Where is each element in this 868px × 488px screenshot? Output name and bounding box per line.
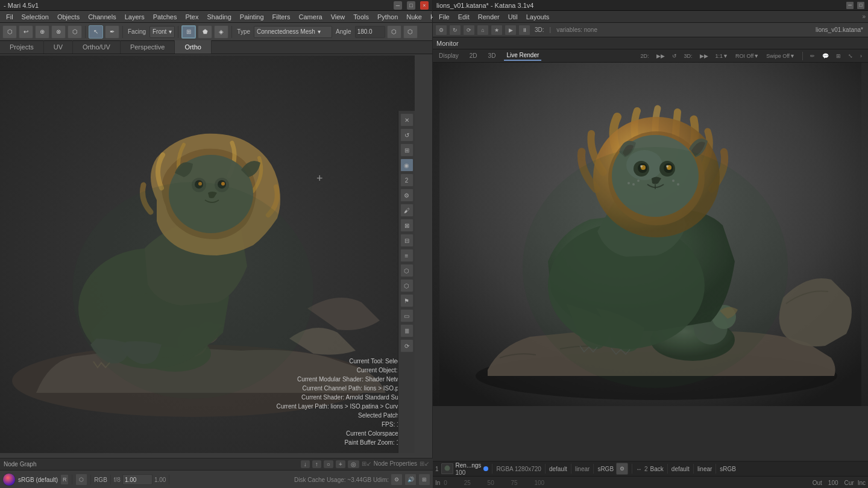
opacity-input[interactable] xyxy=(122,474,153,485)
sidebar-target-icon[interactable]: ◉ xyxy=(400,158,414,172)
menu-patches[interactable]: Patches xyxy=(149,12,181,22)
menu-layers[interactable]: Layers xyxy=(121,12,148,22)
maximize-button[interactable]: □ xyxy=(407,1,415,10)
mon-zoom-btn[interactable]: 1:1▼ xyxy=(713,52,731,60)
sidebar-num2-icon[interactable]: 2 xyxy=(400,174,414,187)
menu-filters[interactable]: Filters xyxy=(269,12,294,22)
sidebar-frame-icon[interactable]: ⊟ xyxy=(400,234,414,247)
menu-tools[interactable]: Tools xyxy=(350,12,373,22)
katana-bookmark-icon[interactable]: ★ xyxy=(491,25,503,36)
katana-reload-icon[interactable]: ⟳ xyxy=(463,25,475,36)
paint-tool-btn[interactable]: ✒ xyxy=(105,25,119,39)
minimize-button[interactable]: ─ xyxy=(394,1,402,10)
menu-painting[interactable]: Painting xyxy=(236,12,268,22)
mon-swipe-btn[interactable]: Swipe Off▼ xyxy=(764,52,797,60)
tool-btn-5[interactable]: ⬡ xyxy=(68,25,82,39)
tab-projects[interactable]: Projects xyxy=(0,40,44,54)
sidebar-undo-icon[interactable]: ↺ xyxy=(400,128,414,142)
tool-btn-4[interactable]: ⊗ xyxy=(51,25,66,39)
katana-menu-layouts[interactable]: Layouts xyxy=(523,12,553,22)
mode-3d-btn[interactable]: ⬡ xyxy=(387,25,401,39)
menu-python[interactable]: Python xyxy=(374,12,401,22)
menu-channels[interactable]: Channels xyxy=(84,12,119,22)
sidebar-reset-icon[interactable]: ⟳ xyxy=(400,339,414,352)
katana-menu-util[interactable]: Util xyxy=(505,12,521,22)
tab-perspective[interactable]: Perspective xyxy=(121,40,175,54)
svg-point-39 xyxy=(444,466,450,471)
strip-settings-icon[interactable]: ⚙ xyxy=(616,463,628,475)
type-dropdown[interactable]: Connectedness Mesh ▾ xyxy=(254,26,332,38)
poly-btn[interactable]: ◈ xyxy=(214,25,228,39)
tool-btn-1[interactable]: ⬡ xyxy=(2,25,17,39)
katana-home-icon[interactable]: ⌂ xyxy=(477,25,489,36)
menu-ptex[interactable]: Ptex xyxy=(181,12,202,22)
tab-uv[interactable]: UV xyxy=(44,40,73,54)
mon-roi-btn[interactable]: ROI Off▼ xyxy=(733,52,761,60)
monitor-tab-live-render[interactable]: Live Render xyxy=(504,51,541,61)
katana-pause-icon[interactable]: ⏸ xyxy=(518,25,530,36)
menu-file[interactable]: Fil xyxy=(2,12,17,22)
menu-shading[interactable]: Shading xyxy=(203,12,234,22)
sidebar-flag-icon[interactable]: ⚑ xyxy=(400,294,414,307)
ng-icon3[interactable]: 🔊 xyxy=(404,474,417,486)
sidebar-hex2-icon[interactable]: ⬡ xyxy=(400,279,414,292)
sidebar-grid-icon[interactable]: ⊞ xyxy=(400,143,414,157)
mon-speech-icon[interactable]: 💬 xyxy=(820,52,831,60)
menu-objects[interactable]: Objects xyxy=(54,12,83,22)
mon-grid-icon[interactable]: ⊞ xyxy=(834,52,843,60)
menu-camera[interactable]: Camera xyxy=(295,12,326,22)
monitor-tab-3d[interactable]: 3D xyxy=(486,51,498,60)
facing-dropdown[interactable]: Front ▾ xyxy=(149,26,175,38)
angle-input[interactable] xyxy=(355,26,385,38)
strip-thumb-1[interactable] xyxy=(441,463,453,474)
katana-render-icon[interactable]: ▶ xyxy=(505,25,517,36)
nodegraph-target-btn[interactable]: ◎ xyxy=(348,460,359,468)
grid-btn[interactable]: ⊞ xyxy=(181,25,196,39)
mon-play3d-btn[interactable]: ▶▶ xyxy=(697,52,711,60)
sidebar-close-icon[interactable]: ✕ xyxy=(400,113,414,127)
menu-selection[interactable]: Selection xyxy=(18,12,52,22)
katana-render-viewport[interactable] xyxy=(433,63,868,406)
close-button[interactable]: × xyxy=(420,1,429,10)
mon-play-btn[interactable]: ▶▶ xyxy=(654,52,667,60)
katana-maximize-btn[interactable]: □ xyxy=(857,2,864,9)
menu-nuke[interactable]: Nuke xyxy=(403,12,426,22)
ng-icon4[interactable]: ⊞ xyxy=(418,474,430,486)
lasso-btn[interactable]: ⬟ xyxy=(198,25,212,39)
mon-pen-icon[interactable]: ✏ xyxy=(808,52,817,60)
katana-refresh-icon[interactable]: ↻ xyxy=(449,25,461,36)
sidebar-settings-icon[interactable]: ⚙ xyxy=(400,189,414,202)
katana-settings-icon[interactable]: ⚙ xyxy=(435,25,447,36)
katana-menu-render[interactable]: Render xyxy=(474,12,503,22)
mon-expand-icon[interactable]: ⤡ xyxy=(846,52,855,60)
sidebar-layers-icon[interactable]: ≡ xyxy=(400,249,414,262)
sidebar-hex1-icon[interactable]: ⬡ xyxy=(400,264,414,277)
monitor-tab-display[interactable]: Display xyxy=(436,51,461,60)
tool-btn-2[interactable]: ↩ xyxy=(19,25,33,39)
extra-btn[interactable]: ⬡ xyxy=(403,25,418,39)
tab-orthouv[interactable]: Ortho/UV xyxy=(73,40,121,54)
sidebar-lines-icon[interactable]: ≣ xyxy=(400,324,414,337)
mon-refresh-icon[interactable]: ↺ xyxy=(670,52,679,60)
ng-icon1[interactable]: ⬡ xyxy=(75,474,87,486)
katana-minimize-btn[interactable]: ─ xyxy=(846,2,854,9)
ng-icon2[interactable]: ⚙ xyxy=(391,474,403,486)
sidebar-crop-icon[interactable]: ⊠ xyxy=(400,219,414,232)
nodegraph-down-btn[interactable]: ↓ xyxy=(301,460,310,468)
nodegraph-circle-btn[interactable]: ○ xyxy=(324,460,333,468)
nodegraph-up-btn[interactable]: ↑ xyxy=(312,460,321,468)
nodegraph-add-btn[interactable]: + xyxy=(336,460,345,468)
sidebar-rect-icon[interactable]: ▭ xyxy=(400,309,414,322)
mon-chevron-icon[interactable]: › xyxy=(858,52,864,60)
menu-view[interactable]: View xyxy=(327,12,349,22)
sidebar-paint-icon[interactable]: 🖌 xyxy=(400,204,414,217)
mari-viewport[interactable]: + Current Tool: Select (S) Current Objec… xyxy=(0,55,415,453)
select-tool-btn[interactable]: ↖ xyxy=(89,25,103,39)
katana-menu-edit[interactable]: Edit xyxy=(454,12,473,22)
channel-r-btn[interactable]: R xyxy=(60,474,69,485)
katana-menu-file[interactable]: File xyxy=(435,12,453,22)
color-swatch[interactable] xyxy=(2,473,16,486)
monitor-tab-2d[interactable]: 2D xyxy=(467,51,480,60)
tool-btn-3[interactable]: ⊕ xyxy=(35,25,49,39)
tab-ortho[interactable]: Ortho xyxy=(175,40,212,54)
